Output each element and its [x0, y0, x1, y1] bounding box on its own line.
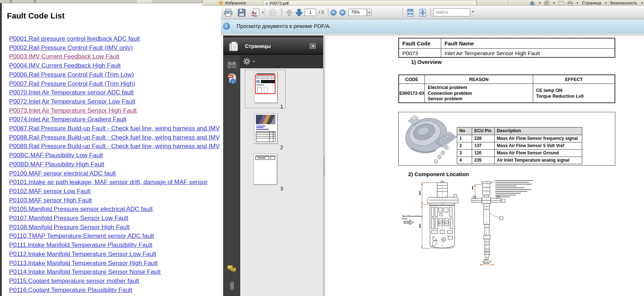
pin-marker-4: 4: [444, 146, 448, 150]
find-dropdown-caret[interactable]: ▼: [471, 10, 474, 13]
feeds-icon[interactable]: [544, 1, 549, 5]
effect-list: CE lamp ONTorque Reduction Lv0: [533, 84, 615, 102]
zoom-in-button[interactable]: +: [339, 8, 346, 17]
reader-area: Страницы ◀: [202, 36, 644, 296]
fault-code-link[interactable]: P0003.IMV Current Feedback Low Fault: [9, 52, 221, 61]
search-tool-button[interactable]: [227, 60, 237, 70]
page-thumbnail-1[interactable]: [254, 72, 277, 103]
screen: ▼ / 3: [0, 0, 644, 296]
fault-code-link[interactable]: P00BD.MAF Plausibility High Fault: [9, 160, 221, 169]
toolbar-gripper[interactable]: [402, 8, 403, 17]
tab-p0073[interactable]: e P0073.pdf: [263, 0, 476, 6]
fault-code-link[interactable]: P0108.Manifold Pressure Sensor High Faul…: [9, 223, 221, 232]
component-drawings: Durchflussrichtung Flow: [397, 177, 538, 270]
home-icon[interactable]: [530, 1, 535, 5]
fault-code-link[interactable]: P0004.IMV Current Feedback High Fault: [9, 61, 221, 70]
chrome-mark: [34, 0, 36, 3]
fit-page-button[interactable]: [418, 8, 427, 17]
tab-separator: [508, 0, 508, 5]
read-mail-icon[interactable]: [559, 1, 564, 5]
pages-panel-title: Страницы: [245, 43, 271, 49]
fault-code-link[interactable]: P0001.Rail pressure control feedback ADC…: [9, 35, 221, 44]
fit-width-button[interactable]: [406, 8, 415, 17]
info-icon: i: [223, 23, 230, 30]
print-page-icon[interactable]: [567, 1, 573, 5]
visible-area-indicator[interactable]: [255, 74, 275, 94]
fit-width-icon: [406, 8, 415, 17]
fault-code-link[interactable]: P0107.Manifold Pressure Sensor Low Fault: [9, 214, 221, 223]
page-thumbnail-3[interactable]: [254, 154, 277, 185]
code-header: CODE: [399, 75, 424, 84]
fault-code-link[interactable]: P0114.Intake Manifold Temperature Sensor…: [9, 268, 221, 277]
next-page-button[interactable]: [295, 8, 303, 17]
fault-code-link[interactable]: P0074.Inlet Air Temperature Gradient Fau…: [9, 115, 221, 124]
fault-code-link[interactable]: P0100.MAF sensor electrical ADC fault: [9, 169, 221, 178]
toolbar-gripper[interactable]: [430, 8, 431, 17]
toolbar-gripper[interactable]: [281, 8, 282, 17]
fault-code-link[interactable]: P0101.Intake air path leakage, MAF senso…: [9, 178, 221, 187]
zoom-dropdown-caret[interactable]: ▼: [367, 9, 372, 16]
splitter-gripper[interactable]: [324, 155, 325, 176]
standards-pane-button[interactable]: PDF i: [227, 74, 237, 84]
fault-code-link[interactable]: P0105.Manifold Pressure sensor electrica…: [9, 205, 221, 214]
fault-code-link[interactable]: P0007.Rail Pressure Control Fault (Trim …: [9, 80, 221, 89]
collaborate-caret: ▼: [261, 11, 264, 14]
fault-code-link[interactable]: P0006.Rail Pressure Control Fault (Trim …: [9, 70, 221, 80]
fault-code-link[interactable]: P0115.Coolant temperature sensor mother …: [9, 277, 221, 286]
nav-icon-strip: PDF i: [223, 55, 240, 296]
reason-line: Electrical problem: [428, 85, 533, 91]
collapse-panel-button[interactable]: ◀: [310, 43, 316, 49]
gear-caret: ▼: [252, 60, 255, 63]
fault-code-link[interactable]: P0113.Intake Manifold Temperature Sensor…: [9, 259, 221, 268]
fault-code-link[interactable]: P0089.Rail Pressure Build-up Fault - Che…: [9, 142, 221, 151]
fault-name-header: Fault Name: [441, 38, 615, 49]
attachments-pane-button[interactable]: [227, 281, 237, 291]
fault-code-link[interactable]: P0087.Rail Pressure Build-up Fault - Che…: [9, 124, 221, 133]
fault-code-link[interactable]: P0002.Rail Pressure Control Fault (IMV o…: [9, 44, 221, 53]
page-menu[interactable]: Страница: [582, 1, 601, 5]
fit-page-icon: [418, 8, 427, 17]
ie-icon: e: [266, 1, 268, 5]
zoom-level-field[interactable]: 75%: [349, 9, 367, 16]
previous-page-button: [285, 8, 293, 17]
pin-table-cell: 2: [457, 142, 472, 149]
fault-code-link[interactable]: P0088.Rail Pressure Build-up Fault - Che…: [9, 133, 221, 142]
fault-code-link[interactable]: P00BC.MAF Plausibility Low Fault: [9, 151, 221, 160]
page-title: Fault Code List: [7, 11, 65, 21]
page-number-input[interactable]: [305, 9, 316, 16]
fault-code-link[interactable]: P0111.Intake Manifold Temperature Plausi…: [9, 241, 221, 250]
fault-code-link[interactable]: P0103.MAF sensor High Fault: [9, 196, 221, 205]
pdf-browser-window: ▼ / 3: [202, 0, 644, 296]
thumbnail-options-button[interactable]: ▼: [243, 58, 255, 65]
effect-line: Torque Reduction Lv0: [536, 93, 615, 99]
fault-code-link[interactable]: P0072.Inlet Air Temperature Sensor Low F…: [9, 97, 221, 106]
pdfa-message: Просмотр документа в режиме PDF/A.: [237, 23, 331, 29]
comments-pane-button[interactable]: [227, 264, 237, 274]
fault-code-link[interactable]: P0116.Coolant Temperature Plausibility F…: [9, 286, 221, 295]
page-thumbnail-2[interactable]: [254, 113, 277, 143]
reason-header: REASON: [424, 75, 533, 84]
collaborate-button[interactable]: ▼: [250, 8, 264, 17]
pin-no-header: No: [457, 127, 472, 135]
pin-table-cell: Mass Air Flow Sensor Ground: [494, 150, 581, 157]
toolbar-gripper[interactable]: [327, 8, 329, 17]
fault-code-header: Fault Code: [399, 38, 441, 49]
zoom-out-button[interactable]: −: [330, 8, 337, 17]
fault-code-link[interactable]: P0112.Intake Manifold Temperature Sensor…: [9, 250, 221, 259]
pin-desc-header: Description: [494, 127, 581, 135]
favorites-button[interactable]: Избранное: [218, 0, 246, 6]
tab-separator: [476, 0, 477, 5]
fault-code-link[interactable]: P0110.TMAP Temperature Element sensor AD…: [9, 232, 221, 241]
fault-code-link[interactable]: P0070.Inlet Air Temperature sensor ADC f…: [9, 88, 221, 97]
fault-code-link[interactable]: P0102.MAF sensor Low Fault: [9, 187, 221, 196]
pin-table-header: No ECU Pin Description: [457, 127, 582, 135]
save-button[interactable]: [237, 8, 246, 17]
pin-table-row: 3120Mass Air Flow Sensor Ground: [457, 149, 582, 157]
pin-table-cell: 1: [457, 135, 472, 142]
safety-menu[interactable]: Безопасность: [611, 1, 637, 5]
find-input[interactable]: Найти: [433, 8, 470, 16]
print-button[interactable]: [224, 8, 233, 17]
fault-code-link[interactable]: P0073.Inlet Air Temperature Sensor High …: [9, 106, 221, 115]
floppy-icon: [237, 8, 246, 17]
pin-table-cell: Mass Air Flow Sensor 5 Volt Vref: [494, 142, 581, 149]
